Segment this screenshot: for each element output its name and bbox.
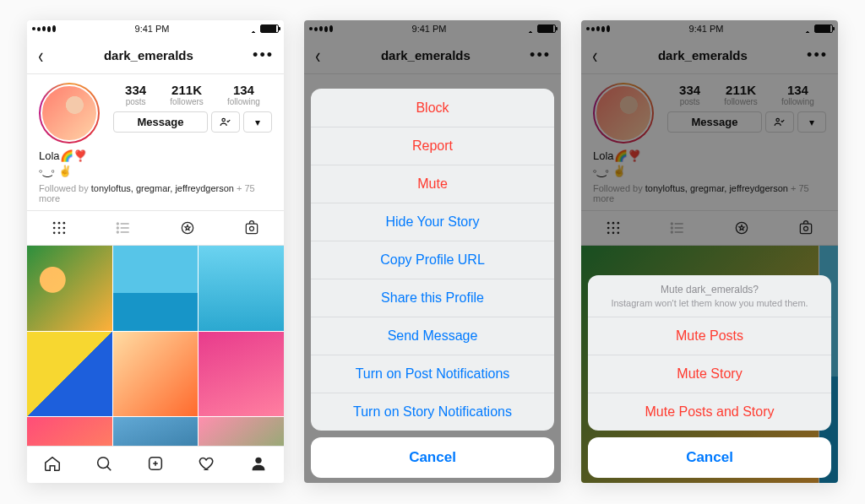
header-username: dark_emeralds bbox=[104, 48, 193, 62]
svg-point-14 bbox=[117, 227, 119, 229]
action-hide-story[interactable]: Hide Your Story bbox=[311, 203, 554, 241]
action-mute[interactable]: Mute bbox=[311, 165, 554, 203]
tab-list[interactable] bbox=[91, 211, 155, 245]
phone-mute-sheet: 9:41 PM ‹ dark_emeralds ••• 334posts 211… bbox=[581, 20, 838, 483]
heart-icon bbox=[198, 454, 216, 473]
tab-saved[interactable] bbox=[155, 211, 220, 245]
action-cancel[interactable]: Cancel bbox=[311, 437, 554, 478]
posts-stat[interactable]: 334posts bbox=[125, 83, 146, 106]
tagged-icon bbox=[243, 219, 260, 236]
svg-point-19 bbox=[98, 457, 109, 468]
list-icon bbox=[115, 219, 132, 236]
star-badge-icon bbox=[179, 219, 196, 236]
post-thumbnail[interactable] bbox=[113, 246, 199, 331]
profile-tabs bbox=[27, 210, 284, 246]
mute-sheet: Mute dark_emeralds? Instagram won't let … bbox=[588, 275, 831, 478]
mute-posts-and-story[interactable]: Mute Posts and Story bbox=[588, 393, 831, 431]
search-icon bbox=[95, 454, 113, 473]
profile-summary: 334posts 211Kfollowers 134following Mess… bbox=[27, 74, 284, 149]
action-sheet-options: Block Report Mute Hide Your Story Copy P… bbox=[311, 89, 554, 431]
svg-line-20 bbox=[107, 466, 112, 470]
mute-posts[interactable]: Mute Posts bbox=[588, 317, 831, 355]
action-story-notifications[interactable]: Turn on Story Notifications bbox=[311, 393, 554, 431]
following-stat[interactable]: 134following bbox=[227, 83, 260, 106]
plus-square-icon bbox=[146, 454, 165, 473]
svg-point-15 bbox=[117, 231, 119, 233]
mute-sheet-options: Mute dark_emeralds? Instagram won't let … bbox=[588, 275, 831, 431]
svg-point-9 bbox=[63, 232, 66, 235]
action-post-notifications[interactable]: Turn on Post Notifications bbox=[311, 355, 554, 393]
avatar-story-ring[interactable] bbox=[39, 83, 100, 144]
svg-point-24 bbox=[255, 457, 261, 463]
tab-grid[interactable] bbox=[27, 211, 91, 245]
tab-tagged[interactable] bbox=[220, 211, 284, 245]
post-thumbnail[interactable] bbox=[113, 332, 199, 417]
svg-point-13 bbox=[117, 223, 119, 225]
svg-point-7 bbox=[53, 232, 56, 235]
post-thumbnail[interactable] bbox=[27, 246, 112, 331]
battery-icon bbox=[260, 24, 279, 33]
bio: Lola🌈❣️ ◦‿◦ ✌️ bbox=[27, 149, 284, 183]
post-thumbnail[interactable] bbox=[113, 417, 199, 446]
svg-point-5 bbox=[58, 227, 61, 230]
status-bar: 9:41 PM bbox=[27, 20, 284, 37]
profile-tab[interactable] bbox=[249, 454, 268, 476]
search-tab[interactable] bbox=[95, 454, 113, 476]
action-sheet: Block Report Mute Hide Your Story Copy P… bbox=[311, 89, 554, 478]
profile-header: ‹ dark_emeralds ••• bbox=[27, 37, 284, 74]
mute-question: Mute dark_emeralds? bbox=[601, 284, 818, 295]
post-thumbnail[interactable] bbox=[199, 417, 284, 446]
mute-subtitle: Instagram won't let them know you muted … bbox=[601, 298, 818, 308]
post-thumbnail[interactable] bbox=[199, 332, 284, 417]
svg-point-3 bbox=[63, 222, 66, 225]
svg-point-2 bbox=[58, 222, 61, 225]
activity-tab[interactable] bbox=[198, 454, 216, 476]
post-thumbnail[interactable] bbox=[199, 246, 284, 331]
followers-stat[interactable]: 211Kfollowers bbox=[170, 83, 203, 106]
home-tab[interactable] bbox=[43, 454, 62, 476]
svg-point-6 bbox=[63, 227, 66, 230]
chevron-down-icon: ▾ bbox=[255, 117, 260, 128]
action-share-profile[interactable]: Share this Profile bbox=[311, 279, 554, 317]
status-time: 9:41 PM bbox=[135, 24, 170, 34]
post-grid bbox=[27, 246, 284, 446]
mute-story[interactable]: Mute Story bbox=[588, 355, 831, 393]
action-report[interactable]: Report bbox=[311, 127, 554, 165]
followed-by[interactable]: Followed by tonyloftus, gregmar, jeffrey… bbox=[27, 183, 284, 210]
svg-point-4 bbox=[53, 227, 56, 230]
new-post-tab[interactable] bbox=[146, 454, 165, 476]
action-block[interactable]: Block bbox=[311, 89, 554, 127]
bio-line: ◦‿◦ ✌️ bbox=[39, 164, 272, 179]
wifi-icon bbox=[248, 24, 258, 33]
svg-point-0 bbox=[222, 118, 226, 122]
person-icon bbox=[249, 454, 268, 473]
post-thumbnail[interactable] bbox=[27, 417, 112, 446]
more-options-button[interactable]: ••• bbox=[253, 46, 274, 64]
avatar bbox=[41, 84, 98, 142]
display-name: Lola🌈❣️ bbox=[39, 149, 272, 164]
action-send-message[interactable]: Send Message bbox=[311, 317, 554, 355]
home-icon bbox=[43, 454, 62, 473]
post-thumbnail[interactable] bbox=[27, 332, 112, 417]
mute-sheet-header: Mute dark_emeralds? Instagram won't let … bbox=[588, 275, 831, 317]
bottom-tab-bar bbox=[27, 446, 284, 483]
action-copy-url[interactable]: Copy Profile URL bbox=[311, 241, 554, 279]
phone-profile: 9:41 PM ‹ dark_emeralds ••• 334posts 211… bbox=[27, 20, 284, 483]
grid-icon bbox=[51, 219, 68, 236]
following-state-button[interactable] bbox=[211, 111, 240, 133]
back-icon[interactable]: ‹ bbox=[38, 45, 43, 67]
message-button[interactable]: Message bbox=[113, 111, 208, 133]
phone-action-sheet: 9:41 PM ‹ dark_emeralds ••• Block Report… bbox=[304, 20, 561, 483]
svg-rect-17 bbox=[246, 224, 257, 234]
svg-point-1 bbox=[53, 222, 56, 225]
svg-point-8 bbox=[58, 232, 61, 235]
mute-cancel[interactable]: Cancel bbox=[588, 437, 831, 478]
suggestions-toggle-button[interactable]: ▾ bbox=[243, 111, 272, 133]
svg-point-18 bbox=[250, 226, 254, 230]
